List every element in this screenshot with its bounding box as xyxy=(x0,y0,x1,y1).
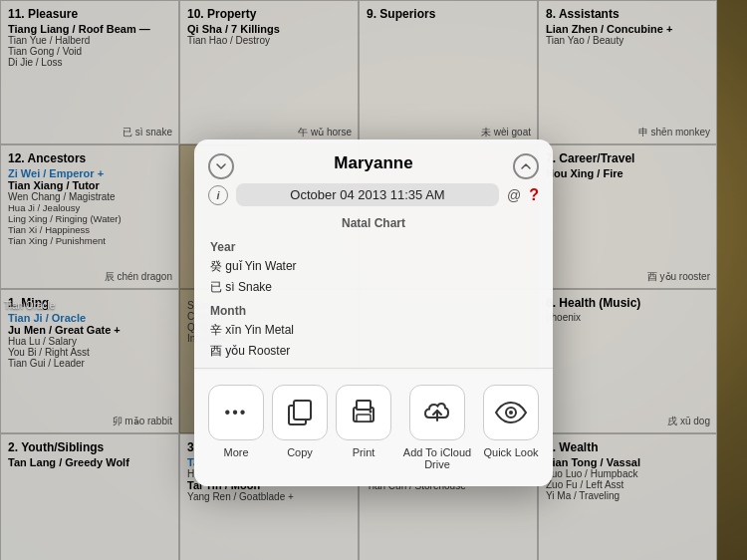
action-quicklook[interactable]: Quick Look xyxy=(479,385,543,458)
action-icloud[interactable]: Add To iCloud Drive xyxy=(395,385,479,470)
modal-overlay: Maryanne i October 04 2013 11:35 AM @ ? … xyxy=(0,0,747,560)
svg-rect-1 xyxy=(294,401,311,420)
year-value2: 已 sì Snake xyxy=(194,277,553,298)
at-symbol: @ xyxy=(507,187,521,203)
modal-datetime-row: i October 04 2013 11:35 AM @ ? xyxy=(194,179,553,214)
svg-rect-4 xyxy=(357,415,371,421)
action-print[interactable]: Print xyxy=(332,385,395,458)
print-icon xyxy=(349,398,378,427)
svg-point-8 xyxy=(509,411,513,415)
modal-header: Maryanne xyxy=(194,140,553,179)
more-label: More xyxy=(223,446,248,458)
question-mark[interactable]: ? xyxy=(529,186,539,204)
modal-arrow-down[interactable] xyxy=(208,153,234,179)
copy-label: Copy xyxy=(287,446,313,458)
share-actions: ••• More Copy xyxy=(194,371,553,486)
svg-point-5 xyxy=(370,411,373,414)
datetime-badge[interactable]: October 04 2013 11:35 AM xyxy=(236,183,499,206)
modal-arrow-up[interactable] xyxy=(513,153,539,179)
natal-chart-label: Natal Chart xyxy=(194,214,553,234)
quicklook-icon xyxy=(494,401,528,424)
quicklook-icon-box xyxy=(483,385,539,440)
year-value1: 癸 guǐ Yin Water xyxy=(194,256,553,277)
modal-panel: Maryanne i October 04 2013 11:35 AM @ ? … xyxy=(194,140,553,486)
year-label: Year xyxy=(194,234,553,256)
action-more[interactable]: ••• More xyxy=(204,385,268,458)
icloud-icon xyxy=(421,398,453,427)
print-icon-box xyxy=(336,385,391,440)
quicklook-label: Quick Look xyxy=(483,446,538,458)
action-copy[interactable]: Copy xyxy=(268,385,332,458)
icloud-label: Add To iCloud Drive xyxy=(395,446,479,470)
svg-rect-3 xyxy=(357,401,371,410)
copy-icon-box xyxy=(272,385,328,440)
info-icon[interactable]: i xyxy=(208,185,228,205)
more-icon-box: ••• xyxy=(208,385,264,440)
month-label: Month xyxy=(194,298,553,320)
icloud-icon-box xyxy=(409,385,465,440)
modal-title: Maryanne xyxy=(210,153,537,173)
copy-icon xyxy=(285,398,315,427)
month-value1: 辛 xīn Yin Metal xyxy=(194,320,553,341)
month-value2: 酉 yǒu Rooster xyxy=(194,341,553,362)
print-label: Print xyxy=(353,446,375,458)
